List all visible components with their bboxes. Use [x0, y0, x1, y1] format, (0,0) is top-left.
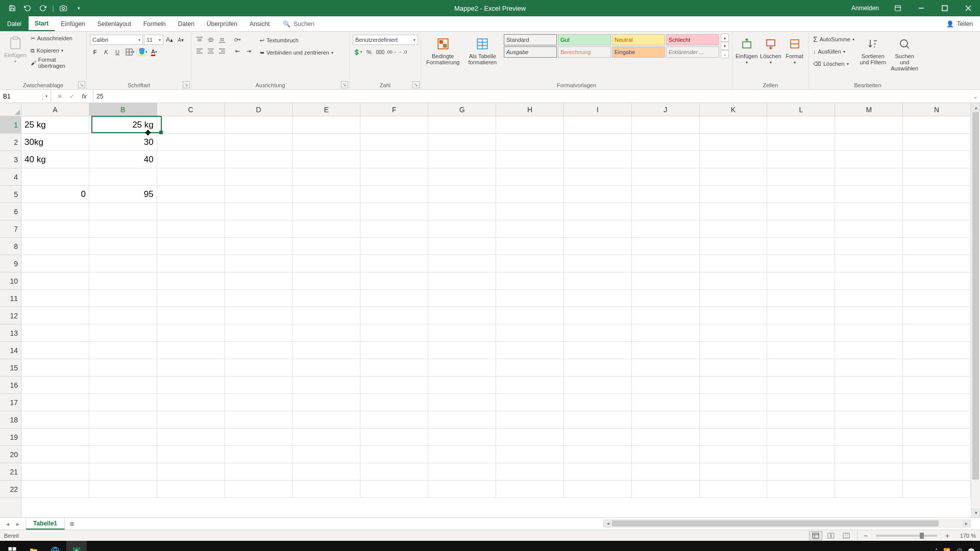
cell-F6[interactable]: [360, 203, 428, 220]
row-header-18[interactable]: 18: [0, 411, 21, 429]
cell-L7[interactable]: [767, 220, 835, 238]
decrease-decimal-button[interactable]: ←.0: [398, 47, 408, 57]
tray-expand-icon[interactable]: ˄: [935, 548, 938, 552]
cell-I20[interactable]: [564, 446, 632, 463]
cell-E1[interactable]: [292, 116, 360, 134]
tray-volume-icon[interactable]: 🔊: [955, 548, 963, 552]
cell-C19[interactable]: [157, 429, 225, 446]
cell-E14[interactable]: [292, 342, 360, 359]
cell-J16[interactable]: [632, 377, 700, 394]
zoom-slider-handle[interactable]: [920, 533, 924, 539]
cell-N10[interactable]: [903, 272, 971, 290]
cell-B17[interactable]: [89, 394, 157, 411]
cell-N4[interactable]: [903, 168, 971, 186]
cell-N6[interactable]: [903, 203, 971, 220]
cell-K4[interactable]: [700, 168, 768, 186]
cell-M6[interactable]: [835, 203, 903, 220]
tab-insert[interactable]: Einfügen: [55, 16, 91, 31]
cell-A12[interactable]: [21, 307, 89, 324]
hscroll-thumb[interactable]: [612, 520, 939, 527]
column-header-M[interactable]: M: [835, 103, 903, 116]
cell-A20[interactable]: [21, 446, 89, 463]
tab-view[interactable]: Ansicht: [243, 16, 276, 31]
cell-C7[interactable]: [157, 220, 225, 238]
row-header-9[interactable]: 9: [0, 255, 21, 272]
cell-C2[interactable]: [157, 134, 225, 151]
cell-C22[interactable]: [157, 481, 225, 498]
cell-A2[interactable]: 30kg: [21, 134, 89, 151]
cell-N17[interactable]: [903, 394, 971, 411]
column-header-C[interactable]: C: [157, 103, 225, 116]
cell-F20[interactable]: [360, 446, 428, 463]
cell-M1[interactable]: [835, 116, 903, 134]
cell-J1[interactable]: [632, 116, 700, 134]
cell-I2[interactable]: [564, 134, 632, 151]
column-header-L[interactable]: L: [767, 103, 835, 116]
format-painter-button[interactable]: 🖌Format übertragen: [30, 57, 83, 68]
cell-D15[interactable]: [225, 359, 293, 377]
cell-G4[interactable]: [428, 168, 496, 186]
cell-L14[interactable]: [767, 342, 835, 359]
tab-start[interactable]: Start: [29, 16, 55, 31]
cell-K5[interactable]: [700, 186, 768, 203]
cell-C12[interactable]: [157, 307, 225, 324]
sheet-nav-prev[interactable]: ◂: [3, 519, 12, 529]
cell-L20[interactable]: [767, 446, 835, 463]
cell-A11[interactable]: [21, 290, 89, 307]
row-header-2[interactable]: 2: [0, 134, 21, 151]
scroll-down-button[interactable]: ▾: [971, 508, 980, 517]
cell-G21[interactable]: [428, 463, 496, 481]
cell-M19[interactable]: [835, 429, 903, 446]
cell-N18[interactable]: [903, 411, 971, 429]
cell-K1[interactable]: [700, 116, 768, 134]
cell-K16[interactable]: [700, 377, 768, 394]
cell-A14[interactable]: [21, 342, 89, 359]
cell-B3[interactable]: 40: [89, 151, 157, 168]
cell-L2[interactable]: [767, 134, 835, 151]
cell-F15[interactable]: [360, 359, 428, 377]
tab-review[interactable]: Überprüfen: [201, 16, 243, 31]
column-header-N[interactable]: N: [903, 103, 971, 116]
cell-I21[interactable]: [564, 463, 632, 481]
cell-N16[interactable]: [903, 377, 971, 394]
cell-J11[interactable]: [632, 290, 700, 307]
name-box[interactable]: B1 ▾: [0, 90, 51, 103]
cell-C14[interactable]: [157, 342, 225, 359]
cell-L1[interactable]: [767, 116, 835, 134]
vertical-scrollbar[interactable]: ▴ ▾: [971, 103, 980, 517]
cell-I16[interactable]: [564, 377, 632, 394]
new-sheet-button[interactable]: ⊕: [65, 518, 79, 530]
cell-C9[interactable]: [157, 255, 225, 272]
number-format-select[interactable]: Benutzerdefiniert▾: [353, 35, 418, 45]
cell-F21[interactable]: [360, 463, 428, 481]
cell-D3[interactable]: [225, 151, 293, 168]
column-header-A[interactable]: A: [21, 103, 89, 116]
cell-A4[interactable]: [21, 168, 89, 186]
cell-A9[interactable]: [21, 255, 89, 272]
row-header-3[interactable]: 3: [0, 151, 21, 168]
cell-L21[interactable]: [767, 463, 835, 481]
column-header-F[interactable]: F: [360, 103, 428, 116]
cell-N2[interactable]: [903, 134, 971, 151]
cell-D2[interactable]: [225, 134, 293, 151]
row-header-13[interactable]: 13: [0, 324, 21, 342]
cell-M11[interactable]: [835, 290, 903, 307]
font-color-button[interactable]: A▾: [149, 47, 159, 57]
find-select-button[interactable]: Suchen und Auswählen: [890, 34, 919, 71]
cell-G15[interactable]: [428, 359, 496, 377]
style-berechnung[interactable]: Berechnung: [558, 46, 611, 58]
cell-H10[interactable]: [496, 272, 564, 290]
cell-C15[interactable]: [157, 359, 225, 377]
cell-H4[interactable]: [496, 168, 564, 186]
row-header-12[interactable]: 12: [0, 307, 21, 324]
cell-G6[interactable]: [428, 203, 496, 220]
cell-M3[interactable]: [835, 151, 903, 168]
style-standard[interactable]: Standard: [504, 34, 557, 45]
cell-J20[interactable]: [632, 446, 700, 463]
cell-G20[interactable]: [428, 446, 496, 463]
delete-cells-button[interactable]: Löschen▾: [760, 34, 781, 65]
cell-D9[interactable]: [225, 255, 293, 272]
account-signin[interactable]: Anmelden: [844, 5, 886, 12]
sort-filter-button[interactable]: Sortieren und Filtern: [859, 34, 887, 65]
comma-button[interactable]: 000: [375, 47, 385, 57]
